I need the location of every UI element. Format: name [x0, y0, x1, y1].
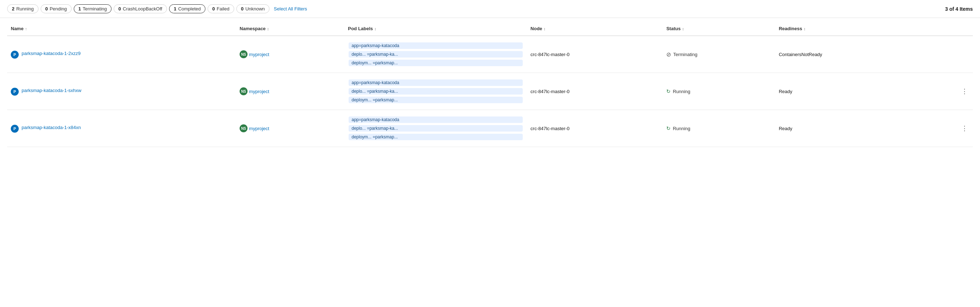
filter-chip-crashloopbackoff[interactable]: 0CrashLoopBackOff: [114, 4, 167, 13]
namespace-name-2[interactable]: myproject: [249, 126, 269, 131]
status-label-2: Running: [673, 126, 690, 131]
items-count: 3 of 4 Items: [945, 6, 973, 12]
actions-cell-1: ⋮: [924, 73, 973, 110]
namespace-name-1[interactable]: myproject: [249, 89, 269, 94]
col-header-readiness[interactable]: Readiness↕: [775, 22, 924, 36]
label-chip-2-1[interactable]: deplo... =parksmap-ka...: [348, 125, 522, 131]
namespace-icon-1: NS: [240, 87, 248, 95]
sort-icon-namespace: ↕: [267, 27, 269, 31]
label-chip-0-2[interactable]: deploym... =parksmap...: [348, 60, 522, 66]
filter-chip-pending[interactable]: 0Pending: [41, 4, 72, 13]
node-cell-1: crc-847lc-master-0: [527, 73, 663, 110]
status-cell-1: ↻ Running: [663, 73, 775, 110]
pod-name-cell-2: P parksmap-katacoda-1-x84xn: [7, 110, 236, 147]
filter-chip-terminating[interactable]: 1Terminating: [74, 4, 111, 13]
col-label-pod_labels: Pod Labels: [348, 26, 373, 31]
col-header-pod_labels[interactable]: Pod Labels↕: [344, 22, 527, 36]
col-header-actions: [924, 22, 973, 36]
readiness-cell-0: ContainersNotReady: [775, 36, 924, 73]
pods-table: Name↑Namespace↕Pod Labels↕Node↕Status↕Re…: [7, 22, 973, 147]
status-label-1: Running: [673, 89, 690, 94]
pods-table-container: Name↑Namespace↕Pod Labels↕Node↕Status↕Re…: [0, 22, 980, 147]
readiness-value-0: ContainersNotReady: [779, 52, 822, 57]
filter-label-pending: Pending: [50, 6, 67, 11]
filter-chips: 2Running0Pending1Terminating0CrashLoopBa…: [7, 4, 269, 13]
pod-name-2[interactable]: parksmap-katacoda-1-x84xn: [22, 124, 81, 131]
col-header-status[interactable]: Status↕: [663, 22, 775, 36]
node-cell-2: crc-847lc-master-0: [527, 110, 663, 147]
node-name-2: crc-847lc-master-0: [531, 126, 570, 131]
pod-name-cell-0: P parksmap-katacoda-1-2xzz9: [7, 36, 236, 73]
labels-cell-0: app=parksmap-katacodadeplo... =parksmap-…: [344, 36, 527, 73]
col-label-node: Node: [531, 26, 542, 31]
label-chip-2-2[interactable]: deploym... =parksmap...: [348, 134, 522, 140]
table-header: Name↑Namespace↕Pod Labels↕Node↕Status↕Re…: [7, 22, 973, 36]
filter-count-unknown: 0: [241, 6, 243, 11]
table-row: P parksmap-katacoda-1-sxhxw NS myproject…: [7, 73, 973, 110]
filter-label-running: Running: [16, 6, 33, 11]
filter-chip-unknown[interactable]: 0Unknown: [236, 4, 269, 13]
pod-icon-0: P: [11, 51, 19, 59]
col-label-namespace: Namespace: [240, 26, 266, 31]
filter-label-terminating: Terminating: [83, 6, 107, 11]
filter-chip-failed[interactable]: 0Failed: [208, 4, 234, 13]
namespace-name-0[interactable]: myproject: [249, 52, 269, 57]
label-chip-0-0[interactable]: app=parksmap-katacoda: [348, 43, 522, 49]
pod-name-1[interactable]: parksmap-katacoda-1-sxhxw: [22, 87, 81, 94]
sort-icon-pod_labels: ↕: [374, 27, 377, 31]
label-chip-0-1[interactable]: deplo... =parksmap-ka...: [348, 51, 522, 57]
table-body: P parksmap-katacoda-1-2xzz9 NS myproject…: [7, 36, 973, 147]
select-all-filters-button[interactable]: Select All Filters: [274, 6, 307, 11]
namespace-icon-0: NS: [240, 50, 248, 58]
filter-label-failed: Failed: [216, 6, 229, 11]
filter-bar: 2Running0Pending1Terminating0CrashLoopBa…: [0, 0, 980, 18]
label-chip-1-1[interactable]: deplo... =parksmap-ka...: [348, 88, 522, 95]
filter-label-crashloopbackoff: CrashLoopBackOff: [123, 6, 162, 11]
status-icon-1: ↻: [666, 89, 671, 94]
col-label-status: Status: [666, 26, 681, 31]
filter-label-completed: Completed: [178, 6, 201, 11]
status-icon-2: ↻: [666, 125, 671, 131]
label-chip-2-0[interactable]: app=parksmap-katacoda: [348, 117, 522, 123]
filter-count-pending: 0: [45, 6, 48, 11]
status-cell-2: ↻ Running: [663, 110, 775, 147]
sort-icon-readiness: ↕: [804, 27, 806, 31]
filter-label-unknown: Unknown: [245, 6, 265, 11]
namespace-icon-2: NS: [240, 124, 248, 132]
node-name-1: crc-847lc-master-0: [531, 89, 570, 94]
labels-cell-2: app=parksmap-katacodadeplo... =parksmap-…: [344, 110, 527, 147]
label-chip-1-0[interactable]: app=parksmap-katacoda: [348, 79, 522, 86]
table-row: P parksmap-katacoda-1-x84xn NS myproject…: [7, 110, 973, 147]
actions-cell-2: ⋮: [924, 110, 973, 147]
status-label-0: Terminating: [673, 52, 697, 57]
actions-cell-0: [924, 36, 973, 73]
readiness-cell-1: Ready: [775, 73, 924, 110]
col-label-name: Name: [11, 26, 23, 31]
pod-name-cell-1: P parksmap-katacoda-1-sxhxw: [7, 73, 236, 110]
filter-count-terminating: 1: [78, 6, 81, 11]
namespace-cell-1: NS myproject: [236, 73, 344, 110]
table-row: P parksmap-katacoda-1-2xzz9 NS myproject…: [7, 36, 973, 73]
filter-chip-running[interactable]: 2Running: [7, 4, 38, 13]
kebab-menu-1[interactable]: ⋮: [960, 87, 969, 95]
sort-icon-status: ↕: [682, 27, 684, 31]
labels-cell-1: app=parksmap-katacodadeplo... =parksmap-…: [344, 73, 527, 110]
label-chip-1-2[interactable]: deploym... =parksmap...: [348, 97, 522, 103]
readiness-value-2: Ready: [779, 126, 792, 131]
col-header-namespace[interactable]: Namespace↕: [236, 22, 344, 36]
filter-chip-completed[interactable]: 1Completed: [169, 4, 205, 13]
col-header-node[interactable]: Node↕: [527, 22, 663, 36]
col-header-name[interactable]: Name↑: [7, 22, 236, 36]
filter-count-completed: 1: [174, 6, 176, 11]
namespace-cell-0: NS myproject: [236, 36, 344, 73]
readiness-cell-2: Ready: [775, 110, 924, 147]
node-name-0: crc-847lc-master-0: [531, 52, 570, 57]
pod-icon-1: P: [11, 88, 19, 96]
status-icon-0: ⊘: [666, 51, 671, 58]
filter-count-failed: 0: [212, 6, 215, 11]
kebab-menu-2[interactable]: ⋮: [960, 124, 969, 132]
pod-name-0[interactable]: parksmap-katacoda-1-2xzz9: [22, 50, 81, 57]
pod-icon-2: P: [11, 125, 19, 133]
filter-count-crashloopbackoff: 0: [118, 6, 121, 11]
sort-icon-name: ↑: [25, 27, 27, 31]
